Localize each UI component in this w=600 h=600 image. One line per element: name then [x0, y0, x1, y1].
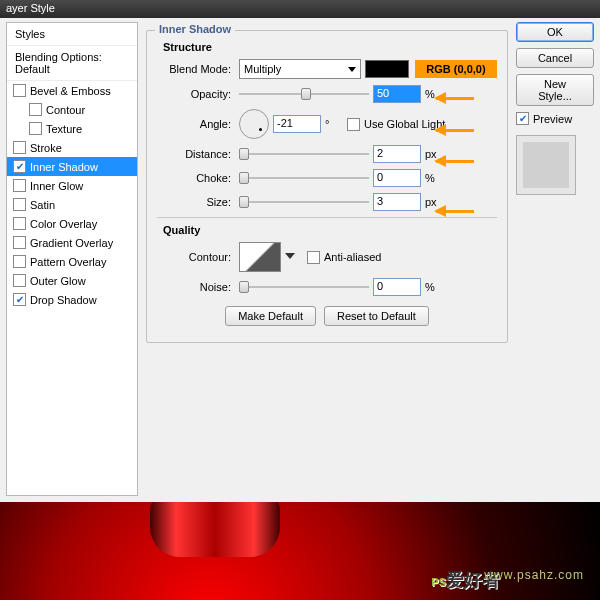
choke-slider[interactable]	[239, 171, 369, 185]
style-checkbox[interactable]	[13, 236, 26, 249]
new-style-button[interactable]: New Style...	[516, 74, 594, 106]
style-label: Contour	[46, 104, 85, 116]
sidebar-item[interactable]: Inner Glow	[7, 176, 137, 195]
contour-label: Contour:	[157, 251, 231, 263]
style-label: Satin	[30, 199, 55, 211]
quality-label: Quality	[163, 224, 497, 236]
angle-dial[interactable]	[239, 109, 269, 139]
arrow-annotation	[436, 125, 484, 135]
use-global-light-checkbox[interactable]	[347, 118, 360, 131]
style-label: Inner Shadow	[30, 161, 98, 173]
style-checkbox[interactable]	[13, 141, 26, 154]
choke-label: Choke:	[157, 172, 231, 184]
styles-list: Styles Blending Options: Default Bevel &…	[6, 22, 138, 496]
watermark-url: www.psahz.com	[484, 568, 584, 582]
color-swatch[interactable]	[365, 60, 409, 78]
blend-mode-label: Blend Mode:	[157, 63, 231, 75]
degree-unit: °	[325, 118, 343, 130]
sidebar-item[interactable]: Stroke	[7, 138, 137, 157]
contour-picker[interactable]	[239, 242, 281, 272]
style-checkbox[interactable]	[13, 160, 26, 173]
sidebar-item[interactable]: Satin	[7, 195, 137, 214]
distance-label: Distance:	[157, 148, 231, 160]
style-label: Pattern Overlay	[30, 256, 106, 268]
style-checkbox[interactable]	[29, 122, 42, 135]
opacity-slider[interactable]	[239, 87, 369, 101]
style-label: Bevel & Emboss	[30, 85, 111, 97]
panel-title: Inner Shadow	[155, 23, 235, 35]
arrow-annotation	[436, 156, 484, 166]
style-label: Inner Glow	[30, 180, 83, 192]
distance-field[interactable]: 2	[373, 145, 421, 163]
sidebar-item[interactable]: Texture	[7, 119, 137, 138]
style-checkbox[interactable]	[13, 84, 26, 97]
arrow-annotation	[436, 93, 484, 103]
style-label: Color Overlay	[30, 218, 97, 230]
opacity-label: Opacity:	[157, 88, 231, 100]
sidebar-item[interactable]: Bevel & Emboss	[7, 81, 137, 100]
noise-label: Noise:	[157, 281, 231, 293]
structure-label: Structure	[163, 41, 497, 53]
style-label: Stroke	[30, 142, 62, 154]
titlebar: ayer Style	[0, 0, 600, 18]
distance-slider[interactable]	[239, 147, 369, 161]
style-label: Outer Glow	[30, 275, 86, 287]
noise-field[interactable]: 0	[373, 278, 421, 296]
style-checkbox[interactable]	[13, 293, 26, 306]
preview-box	[516, 135, 576, 195]
blend-mode-value: Multiply	[244, 63, 281, 75]
cancel-button[interactable]: Cancel	[516, 48, 594, 68]
choke-field[interactable]: 0	[373, 169, 421, 187]
arrow-annotation	[436, 206, 484, 216]
opacity-field[interactable]: 50	[373, 85, 421, 103]
chevron-down-icon	[348, 67, 356, 72]
preview-checkbox[interactable]	[516, 112, 529, 125]
sidebar-item[interactable]: Drop Shadow	[7, 290, 137, 309]
ok-button[interactable]: OK	[516, 22, 594, 42]
sidebar-item[interactable]: Contour	[7, 100, 137, 119]
percent-unit: %	[425, 172, 443, 184]
sidebar-item[interactable]: Inner Shadow	[7, 157, 137, 176]
style-checkbox[interactable]	[13, 274, 26, 287]
anti-aliased-label: Anti-aliased	[324, 251, 381, 263]
rgb-annotation: RGB (0,0,0)	[415, 60, 497, 78]
sidebar-item[interactable]: Color Overlay	[7, 214, 137, 233]
size-field[interactable]: 3	[373, 193, 421, 211]
style-label: Drop Shadow	[30, 294, 97, 306]
chevron-down-icon	[285, 253, 295, 259]
style-label: Gradient Overlay	[30, 237, 113, 249]
effect-panel: Inner Shadow Structure Blend Mode: Multi…	[146, 22, 508, 496]
sidebar-item[interactable]: Gradient Overlay	[7, 233, 137, 252]
noise-slider[interactable]	[239, 280, 369, 294]
style-checkbox[interactable]	[13, 217, 26, 230]
size-slider[interactable]	[239, 195, 369, 209]
style-checkbox[interactable]	[13, 179, 26, 192]
sidebar-item[interactable]: Outer Glow	[7, 271, 137, 290]
anti-aliased-checkbox[interactable]	[307, 251, 320, 264]
style-checkbox[interactable]	[13, 255, 26, 268]
style-label: Texture	[46, 123, 82, 135]
layer-style-dialog: ayer Style Styles Blending Options: Defa…	[0, 0, 600, 502]
styles-header[interactable]: Styles	[7, 23, 137, 46]
blending-options[interactable]: Blending Options: Default	[7, 46, 137, 81]
background-art	[0, 502, 600, 600]
style-checkbox[interactable]	[29, 103, 42, 116]
dialog-buttons: OK Cancel New Style... Preview	[516, 22, 594, 496]
sidebar-item[interactable]: Pattern Overlay	[7, 252, 137, 271]
size-label: Size:	[157, 196, 231, 208]
blend-mode-dropdown[interactable]: Multiply	[239, 59, 361, 79]
angle-field[interactable]: -21	[273, 115, 321, 133]
style-checkbox[interactable]	[13, 198, 26, 211]
angle-label: Angle:	[157, 118, 231, 130]
reset-default-button[interactable]: Reset to Default	[324, 306, 429, 326]
make-default-button[interactable]: Make Default	[225, 306, 316, 326]
percent-unit: %	[425, 281, 443, 293]
preview-label: Preview	[533, 113, 572, 125]
